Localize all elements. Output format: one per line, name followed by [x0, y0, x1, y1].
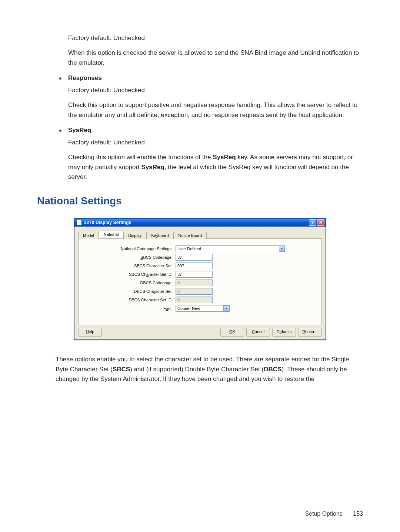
- ok-button[interactable]: OK: [220, 328, 244, 337]
- national-codepage-settings-combo[interactable]: [176, 245, 285, 252]
- intro-paragraph: When this option is checked the server i…: [68, 48, 363, 68]
- sbcs-character-set-input[interactable]: [176, 262, 213, 269]
- after-dialog-paragraph: These options enable you to select the c…: [56, 355, 359, 384]
- label-dbcs-codepage: DBCS Codepage:: [87, 281, 176, 285]
- label-font: Font:: [87, 306, 176, 311]
- cancel-button[interactable]: Cancel: [246, 328, 270, 337]
- font-combo[interactable]: [176, 305, 230, 312]
- titlebar-help-button[interactable]: ?: [309, 219, 316, 226]
- sysreq-title: SysReq: [68, 127, 91, 134]
- bullet-dot-icon: [59, 77, 61, 80]
- label-dbcs-character-set-id: DBCS Character Set ID:: [87, 298, 176, 302]
- sysreq-paragraph: Checking this option will enable the fun…: [68, 153, 363, 182]
- label-sbcs-character-set-id: SBCS Character Set ID:: [87, 272, 176, 277]
- dialog-button-row: Help OK Cancel Defaults Printer...: [78, 328, 322, 337]
- sbcs-character-set-id-input[interactable]: [176, 271, 213, 278]
- bullet-responses: Responses: [37, 74, 363, 82]
- titlebar-close-button[interactable]: ✕: [317, 219, 324, 226]
- section-heading-national-settings: National Settings: [37, 195, 363, 207]
- printer-button[interactable]: Printer...: [298, 328, 322, 337]
- page-footer: Setup Options 153: [305, 511, 363, 517]
- sbcs-codepage-input[interactable]: [176, 254, 213, 261]
- tab-panel-national: National Codepage Settings: ▾ SBCS Codep…: [78, 238, 322, 325]
- responses-title: Responses: [68, 74, 102, 82]
- tab-model[interactable]: Model: [78, 232, 99, 239]
- tab-notice-board[interactable]: Notice Board: [174, 232, 207, 239]
- tab-national[interactable]: National: [99, 231, 123, 238]
- footer-section: Setup Options: [305, 511, 342, 517]
- app-icon: [77, 220, 82, 225]
- bullet-dot-icon: [59, 130, 61, 132]
- label-sbcs-codepage: SBCS Codepage:: [87, 255, 176, 260]
- dbcs-character-set-input: [176, 288, 213, 295]
- chevron-down-icon[interactable]: ▾: [279, 246, 285, 252]
- dbcs-character-set-id-input: [176, 297, 213, 303]
- label-dbcs-character-set: DBCS Character Set:: [87, 289, 176, 294]
- factory-default-2: Factory default: Unchecked: [68, 86, 363, 95]
- footer-page-number: 153: [353, 511, 363, 517]
- label-sbcs-character-set: SBCS Character Set:: [87, 264, 176, 268]
- dbcs-codepage-input: [176, 280, 213, 286]
- chevron-down-icon[interactable]: ▾: [223, 305, 229, 311]
- tab-display[interactable]: Display: [123, 232, 146, 239]
- dialog-title: 3270 Display Settings: [84, 220, 308, 225]
- tab-strip: Model National Display Keyboard Notice B…: [78, 230, 322, 238]
- help-button[interactable]: Help: [78, 328, 102, 337]
- factory-default-3: Factory default: Unchecked: [68, 138, 363, 147]
- dialog-titlebar: 3270 Display Settings ? ✕: [74, 218, 326, 227]
- label-national-codepage-settings: National Codepage Settings:: [87, 247, 176, 251]
- tab-keyboard[interactable]: Keyboard: [146, 232, 173, 239]
- bullet-sysreq: SysReq: [37, 127, 363, 134]
- defaults-button[interactable]: Defaults: [272, 328, 296, 337]
- factory-default-1: Factory default: Unchecked: [68, 33, 363, 43]
- responses-paragraph: Check this option to support positive an…: [68, 100, 363, 120]
- dialog-3270-display-settings: 3270 Display Settings ? ✕ Model National…: [74, 218, 326, 340]
